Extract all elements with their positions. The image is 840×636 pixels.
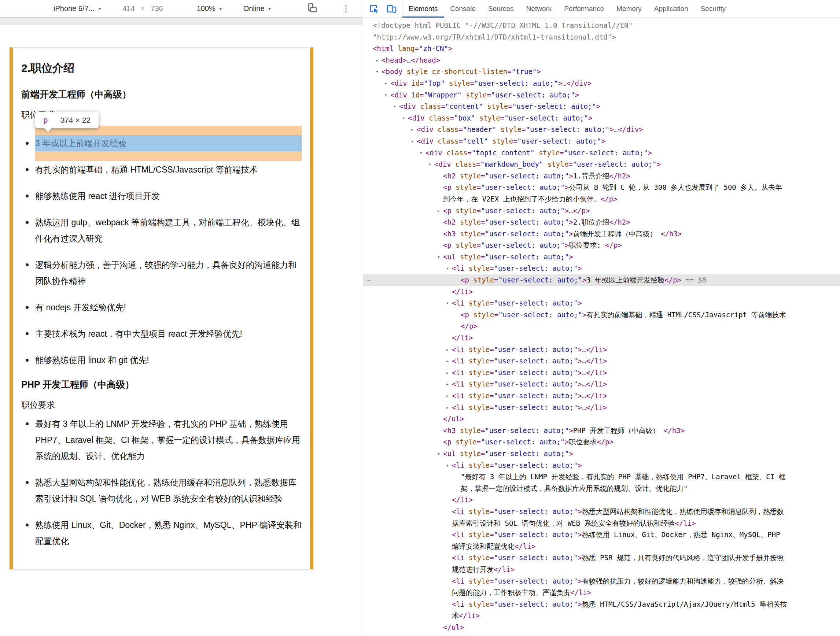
- node-overflow-menu-icon[interactable]: ⋯: [366, 275, 371, 286]
- dom-tree-node[interactable]: <li style="user-select: auto;">熟悉 HTML/C…: [363, 599, 840, 610]
- dom-tree-node[interactable]: <li style="user-select: auto;">熟悉大型网站构架和…: [363, 506, 840, 518]
- dom-tree-node[interactable]: ▾<li style="user-select: auto;">: [363, 297, 840, 309]
- dom-tree-node[interactable]: <li style="user-select: auto;">有较强的抗压力，较…: [363, 576, 840, 587]
- dom-tree-node[interactable]: <p style="user-select: auto;">职位要求: </p>: [363, 240, 840, 251]
- tooltip-tag-name: p: [43, 116, 48, 125]
- expand-arrow-icon[interactable]: ▸: [435, 205, 443, 217]
- expand-arrow-icon[interactable]: ▸: [444, 379, 452, 390]
- network-throttle-selector[interactable]: Online ▼: [243, 5, 272, 13]
- dom-tree-node[interactable]: 术</li>: [363, 610, 840, 622]
- dom-tree-node[interactable]: </li>: [363, 286, 840, 298]
- collapse-arrow-icon[interactable]: ▾: [408, 136, 416, 147]
- dom-tree-node[interactable]: ▸<head>…</head>: [363, 55, 840, 66]
- device-selector[interactable]: iPhone 6/7... ▼: [54, 5, 102, 13]
- dom-tree-node[interactable]: <p style="user-select: auto;">职位要求</p>: [363, 436, 840, 448]
- dom-tree-node[interactable]: 规范进行开发</li>: [363, 564, 840, 576]
- dom-tree-node[interactable]: ▸<div id="Top" style="user-select: auto;…: [363, 78, 840, 89]
- dom-tree-node[interactable]: ▸<li style="user-select: auto;">…</li>: [363, 355, 840, 367]
- tab-elements[interactable]: Elements: [403, 0, 444, 17]
- dom-tree-node[interactable]: ▸<div class="header" style="user-select:…: [363, 124, 840, 136]
- tab-security[interactable]: Security: [695, 0, 732, 17]
- tab-network[interactable]: Network: [520, 0, 558, 17]
- dom-tree-node[interactable]: ▸<li style="user-select: auto;">…</li>: [363, 344, 840, 356]
- tab-performance[interactable]: Performance: [558, 0, 610, 17]
- inspect-element-icon[interactable]: [368, 3, 379, 14]
- dom-tree-node[interactable]: 编译安装和配置优化</li>: [363, 541, 840, 552]
- viewport-height-field[interactable]: 736: [151, 5, 163, 13]
- page-background-strip: [0, 17, 363, 25]
- dom-tree-node[interactable]: ⋯<p style="user-select: auto;">3 年或以上前端开…: [363, 275, 840, 286]
- dom-tree-node[interactable]: ▸<li style="user-select: auto;">…</li>: [363, 390, 840, 402]
- expand-arrow-icon[interactable]: ▸: [382, 78, 390, 89]
- tab-sources[interactable]: Sources: [482, 0, 520, 17]
- dom-tree-node[interactable]: ▾<body style cz-shortcut-listen="true">: [363, 66, 840, 78]
- collapse-arrow-icon[interactable]: ▾: [435, 448, 443, 460]
- expand-arrow-icon[interactable]: ▸: [444, 402, 452, 413]
- collapse-arrow-icon[interactable]: ▾: [373, 66, 381, 78]
- dom-tree-node[interactable]: "http://www.w3.org/TR/xhtml1/DTD/xhtml1-…: [363, 32, 840, 43]
- dom-tree-node[interactable]: <h2 style="user-select: auto;">2.职位介绍</h…: [363, 216, 840, 228]
- dom-tree-node[interactable]: <p style="user-select: auto;">公司从 B 轮到 C…: [363, 182, 840, 193]
- dom-tree-node[interactable]: ▾<div class="markdown_body" style="user-…: [363, 159, 840, 170]
- dom-tree-node[interactable]: ▾<div class="cell" style="user-select: a…: [363, 136, 840, 147]
- dom-tree-node[interactable]: </p>: [363, 320, 840, 332]
- dom-tree-node[interactable]: 到今年，在 V2EX 上也招到了不少给力的小伙伴。</p>: [363, 193, 840, 205]
- dom-tree-node[interactable]: ▸<li style="user-select: auto;">…</li>: [363, 367, 840, 379]
- dom-tree-node[interactable]: <li style="user-select: auto;">熟悉 PSR 规范…: [363, 552, 840, 564]
- dom-tree-node[interactable]: ▾<div id="Wrapper" style="user-select: a…: [363, 89, 840, 101]
- dom-tree-node[interactable]: <html lang="zh-CN">: [363, 43, 840, 55]
- device-toolbar-menu-button[interactable]: ⋮: [341, 5, 351, 13]
- collapse-arrow-icon[interactable]: ▾: [391, 101, 399, 112]
- expand-arrow-icon[interactable]: ▸: [444, 355, 452, 367]
- dom-tree-node[interactable]: 据库索引设计和 SQL 语句优化，对 WEB 系统安全有较好的认识和经验</li…: [363, 518, 840, 529]
- dom-tree-node[interactable]: <h3 style="user-select: auto;">PHP 开发工程师…: [363, 425, 840, 437]
- dom-tree-node[interactable]: ▸<p style="user-select: auto;">…</p>: [363, 205, 840, 217]
- dom-tree-node[interactable]: 问题的能力，工作积极主动、严谨负责</li>: [363, 587, 840, 599]
- dom-tree-node[interactable]: ▾<ul style="user-select: auto;">: [363, 251, 840, 263]
- expand-arrow-icon[interactable]: ▸: [444, 367, 452, 379]
- collapse-arrow-icon[interactable]: ▾: [444, 460, 452, 472]
- dom-tree-node[interactable]: ▾<div class="content" style="user-select…: [363, 101, 840, 112]
- tab-memory[interactable]: Memory: [610, 0, 648, 17]
- dom-tree-node[interactable]: <h3 style="user-select: auto;">前端开发工程师（中…: [363, 228, 840, 240]
- collapse-arrow-icon[interactable]: ▾: [426, 159, 434, 170]
- list-item: 熟悉大型网站构架和性能优化，熟练使用缓存和消息队列，熟悉数据库索引设计和 SQL…: [35, 474, 302, 507]
- dom-tree-node[interactable]: <li style="user-select: auto;">熟练使用 Linu…: [363, 529, 840, 541]
- dom-tree-node[interactable]: </li>: [363, 494, 840, 506]
- tab-application[interactable]: Application: [648, 0, 695, 17]
- expand-arrow-icon[interactable]: ▸: [444, 344, 452, 356]
- collapse-arrow-icon[interactable]: ▾: [382, 89, 390, 101]
- dom-tree-node[interactable]: <p style="user-select: auto;">有扎实的前端基础，精…: [363, 309, 840, 321]
- expand-arrow-icon[interactable]: ▸: [444, 390, 452, 402]
- rotate-device-button[interactable]: [307, 2, 318, 15]
- dom-tree-node[interactable]: </ul>: [363, 413, 840, 425]
- collapse-arrow-icon[interactable]: ▾: [444, 263, 452, 275]
- dom-tree-node[interactable]: ▾<div class="box" style="user-select: au…: [363, 112, 840, 124]
- expand-arrow-icon[interactable]: ▸: [373, 55, 381, 66]
- viewport-width-field[interactable]: 414: [122, 5, 134, 13]
- dom-tree-node[interactable]: </li>: [363, 332, 840, 344]
- dom-tree-node[interactable]: ▾<div class="topic_content" style="user-…: [363, 147, 840, 159]
- collapse-arrow-icon[interactable]: ▾: [417, 147, 425, 159]
- zoom-selector[interactable]: 100% ▼: [197, 5, 223, 13]
- list-item: 有扎实的前端基础，精通 HTML/CSS/Javascript 等前端技术: [35, 162, 302, 178]
- collapse-arrow-icon[interactable]: ▾: [444, 297, 452, 309]
- dom-tree-node[interactable]: <!doctype html PUBLIC "-//W3C//DTD XHTML…: [363, 20, 840, 32]
- dom-tree-node[interactable]: ▾<li style="user-select: auto;">: [363, 460, 840, 472]
- dom-tree-node[interactable]: ▸<li style="user-select: auto;">…</li>: [363, 379, 840, 390]
- dom-tree-node[interactable]: ▸<li style="user-select: auto;">…</li>: [363, 402, 840, 413]
- collapse-arrow-icon[interactable]: ▾: [435, 251, 443, 263]
- dom-tree-node[interactable]: <h2 style="user-select: auto;">1.背景介绍</h…: [363, 170, 840, 182]
- devtools-toolbar-icons: [363, 0, 403, 17]
- dom-tree-node[interactable]: ▾<ul style="user-select: auto;">: [363, 448, 840, 460]
- rotate-device-icon: [307, 2, 318, 15]
- collapse-arrow-icon[interactable]: ▾: [399, 112, 407, 124]
- dom-tree-node[interactable]: 架，掌握一定的设计模式，具备数据库应用系统的规划、设计、优化能力": [363, 483, 840, 495]
- tab-console[interactable]: Console: [444, 0, 482, 17]
- dom-tree-node[interactable]: </ul>: [363, 622, 840, 633]
- dom-tree-node[interactable]: "最好有 3 年以上的 LNMP 开发经验，有扎实的 PHP 基础，熟练使用 P…: [363, 471, 840, 483]
- dom-tree-node[interactable]: ▾<li style="user-select: auto;">: [363, 263, 840, 275]
- toggle-device-toolbar-icon[interactable]: [386, 3, 397, 14]
- list-item: 最好有 3 年以上的 LNMP 开发经验，有扎实的 PHP 基础，熟练使用 PH…: [35, 416, 302, 464]
- expand-arrow-icon[interactable]: ▸: [408, 124, 416, 136]
